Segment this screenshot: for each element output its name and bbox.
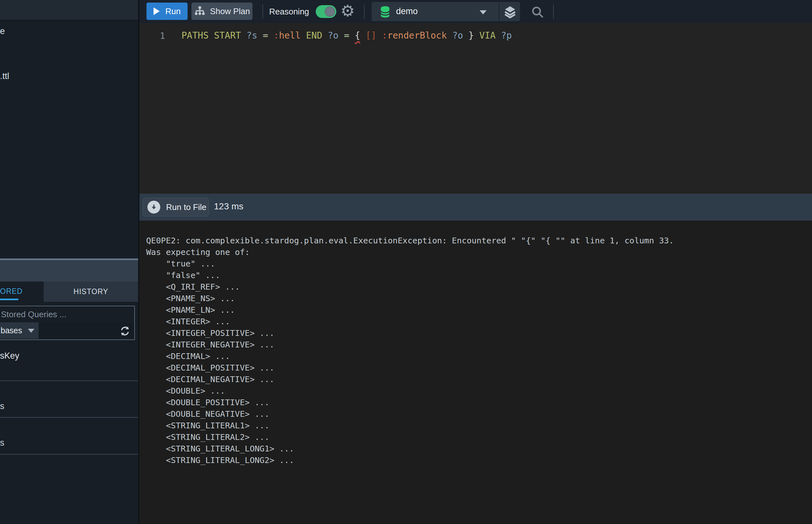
code-token	[268, 30, 274, 41]
list-item[interactable]: s	[0, 438, 4, 448]
stored-queries-search-input[interactable]: Stored Queries ...	[0, 306, 135, 323]
code-token	[496, 30, 501, 41]
show-plan-label: Show Plan	[210, 6, 250, 16]
sidebar-file-item[interactable]: e	[0, 26, 5, 36]
database-selector-value: demo	[396, 6, 418, 16]
play-icon	[153, 7, 160, 15]
show-plan-button[interactable]: Show Plan	[192, 3, 253, 20]
divider	[0, 417, 138, 418]
stored-query-item[interactable]: sKey	[0, 351, 19, 361]
code-token: renderBlock	[387, 30, 447, 41]
code-token: ?o	[452, 30, 463, 41]
tab-stored[interactable]: ORED	[0, 282, 44, 302]
code-token	[360, 30, 366, 41]
reasoning-label: Reasoning	[269, 7, 309, 17]
code-token	[447, 30, 452, 41]
sidebar-header	[0, 0, 138, 20]
result-toolbar: Run to File 123 ms	[140, 194, 812, 220]
run-button-label: Run	[165, 6, 181, 16]
database-filter-dropdown[interactable]: bases	[0, 322, 38, 339]
toolbar-separator	[262, 4, 263, 19]
refresh-button[interactable]	[119, 326, 130, 338]
list-item[interactable]: s	[0, 402, 4, 411]
line-number: 1	[157, 31, 165, 41]
main-area: Run Show Plan Reasoning ⚙	[140, 0, 812, 524]
search-placeholder: Stored Queries ...	[0, 310, 66, 320]
reasoning-toggle[interactable]	[316, 5, 336, 18]
tab-stored-label: ORED	[0, 287, 22, 296]
code-token	[474, 30, 479, 41]
code-line: PATHS START ?s = :hell END ?o = { [] :re…	[181, 30, 512, 41]
refresh-icon	[119, 326, 130, 337]
search-icon[interactable]	[531, 5, 544, 19]
toolbar-separator	[364, 4, 364, 19]
code-token: ?p	[501, 30, 512, 41]
code-token	[301, 30, 306, 41]
sidebar-tabs: ORED HISTORY	[0, 282, 138, 302]
toggle-knob	[325, 6, 335, 17]
toolbar-separator	[553, 4, 554, 19]
code-token: hell	[279, 30, 300, 41]
plan-icon	[194, 5, 206, 17]
code-token	[463, 30, 469, 41]
error-console[interactable]: QE0PE2: com.complexible.stardog.plan.eva…	[140, 220, 812, 524]
console-output: QE0PE2: com.complexible.stardog.plan.eva…	[140, 220, 812, 466]
code-token: PATHS START	[181, 30, 246, 41]
divider	[0, 380, 138, 381]
sidebar-section-panel	[0, 259, 138, 282]
code-token: =	[263, 30, 268, 41]
code-token: =	[344, 30, 350, 41]
code-token: {	[355, 30, 360, 41]
code-token: END	[306, 30, 323, 41]
download-icon	[147, 201, 160, 214]
code-token: VIA	[479, 30, 496, 41]
code-token: :	[382, 30, 387, 41]
active-tab-underline	[0, 299, 18, 300]
query-editor[interactable]: 1 PATHS START ?s = :hell END ?o = { [] :…	[140, 23, 812, 194]
code-token	[339, 30, 344, 41]
divider	[0, 454, 138, 455]
tab-history-label: HISTORY	[74, 288, 108, 296]
code-token	[376, 30, 382, 41]
code-token	[350, 30, 355, 41]
run-to-file-button[interactable]: Run to File	[143, 198, 209, 216]
database-filter-row: bases	[0, 322, 135, 340]
run-button[interactable]: Run	[146, 3, 188, 20]
database-icon	[379, 5, 392, 18]
code-token	[322, 30, 328, 41]
chevron-down-icon	[480, 10, 487, 14]
run-to-file-label: Run to File	[166, 202, 207, 212]
elapsed-time: 123 ms	[214, 201, 243, 212]
code-token: ?s	[246, 30, 257, 41]
code-token	[257, 30, 263, 41]
code-token: ?o	[328, 30, 339, 41]
sidebar: e .ttl ORED HISTORY Stored Queries ... b…	[0, 0, 138, 524]
database-filter-label: bases	[0, 326, 22, 335]
code-token: []	[366, 30, 376, 41]
separator	[499, 2, 500, 21]
layers-icon[interactable]	[503, 5, 517, 19]
query-toolbar: Run Show Plan Reasoning ⚙	[140, 0, 812, 23]
code-token: }	[469, 30, 474, 41]
tab-history[interactable]: HISTORY	[44, 282, 138, 302]
code-token: :	[274, 30, 279, 41]
chevron-down-icon	[28, 329, 34, 333]
sidebar-file-item[interactable]: .ttl	[0, 71, 9, 81]
database-selector[interactable]: demo	[372, 2, 520, 21]
gear-icon[interactable]: ⚙	[340, 0, 355, 22]
